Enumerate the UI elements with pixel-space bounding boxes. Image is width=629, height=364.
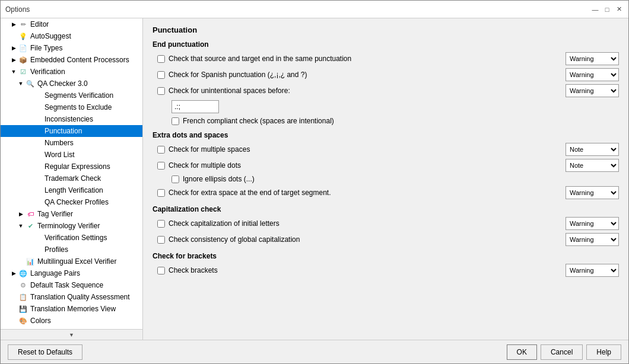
sidebar-label-langpairs: Language Pairs: [30, 269, 80, 277]
subsection-brackets: Check for brackets: [153, 252, 619, 260]
defaulttask-icon: ⚙: [18, 280, 28, 290]
sidebar-label-verifsettings: Verification Settings: [45, 234, 107, 242]
verification-icon: ☑: [18, 67, 28, 76]
sidebar-item-inconsist[interactable]: Inconsistencies: [1, 113, 142, 125]
sidebar-label-regex: Regular Expressions: [45, 162, 110, 171]
verifsettings-icon: [33, 233, 42, 242]
minimize-button[interactable]: —: [590, 5, 600, 14]
checkbox-initial-letters[interactable]: [157, 220, 165, 228]
expand-icon-termverifier: ▼: [17, 222, 24, 229]
sidebar-item-numbers[interactable]: Numbers: [1, 137, 142, 149]
checkbox-multiple-dots[interactable]: [157, 162, 165, 170]
checkbox-multiple-spaces[interactable]: [157, 146, 165, 154]
sidebar-label-qaprofiles: QA Checker Profiles: [45, 198, 109, 206]
sidebar-scroll-down[interactable]: ▼: [1, 329, 142, 340]
window-title: Options: [5, 5, 30, 14]
regex-icon: [33, 162, 42, 171]
expand-icon-inconsist: [24, 116, 31, 123]
tqa-icon: 📋: [18, 292, 28, 302]
sidebar-item-colors[interactable]: 🎨 Colors: [1, 315, 142, 327]
sidebar-item-defaulttask[interactable]: ⚙ Default Task Sequence: [1, 279, 142, 291]
punctuation-icon: [33, 126, 42, 136]
sidebar-label-termverifier: Terminology Verifier: [37, 222, 100, 230]
sidebar-label-tqa: Translation Quality Assessment: [30, 293, 130, 301]
sidebar-item-qaprofiles[interactable]: QA Checker Profiles: [1, 196, 142, 208]
checkbox-global-cap[interactable]: [157, 236, 165, 244]
termverifier-icon: ✔: [26, 221, 35, 231]
checkbox-extra-space[interactable]: [157, 189, 165, 197]
sidebar-item-transmem[interactable]: 💾 Translation Memories View: [1, 303, 142, 315]
sidebar-item-embedded[interactable]: ▶ 📦 Embedded Content Processors: [1, 54, 142, 66]
sidebar-item-profiles[interactable]: Profiles: [1, 244, 142, 256]
reset-defaults-button[interactable]: Reset to Defaults: [8, 344, 82, 360]
checkbox-source-target[interactable]: [157, 55, 165, 63]
dropdown-extra-space[interactable]: Warning Note Error: [566, 186, 619, 199]
checkbox-spanish[interactable]: [157, 71, 165, 79]
sidebar-item-lengthverif[interactable]: Length Verification: [1, 184, 142, 196]
help-button[interactable]: Help: [586, 344, 621, 360]
segexclude-icon: [33, 103, 42, 112]
transmem-icon: 💾: [18, 304, 28, 314]
sidebar-item-langpairs[interactable]: ▶ 🌐 Language Pairs: [1, 267, 142, 279]
dropdown-multiple-dots[interactable]: Note Warning Error: [566, 159, 619, 172]
sidebar-item-autosuggest[interactable]: 💡 AutoSuggest: [1, 30, 142, 42]
sidebar-label-transmem: Translation Memories View: [30, 305, 116, 313]
dropdown-brackets[interactable]: Warning Note Error: [566, 264, 619, 277]
checkbox-ellipsis[interactable]: [171, 175, 179, 183]
sidebar-item-verification[interactable]: ▼ ☑ Verification: [1, 66, 142, 78]
cancel-button[interactable]: Cancel: [541, 344, 583, 360]
checkbox-french[interactable]: [171, 117, 179, 125]
sidebar-item-filetypes[interactable]: ▶ 📄 File Types: [1, 42, 142, 54]
inconsist-icon: [33, 114, 42, 124]
check-row-unintentional: Check for unintentional spaces before: W…: [153, 84, 619, 97]
label-source-target: Check that source and target end in the …: [169, 55, 566, 63]
sidebar-item-mlexcel[interactable]: 📊 Multilingual Excel Verifier: [1, 256, 142, 267]
checkbox-unintentional[interactable]: [157, 87, 165, 95]
expand-icon-qachecker: ▼: [17, 80, 24, 87]
expand-icon-embedded: ▶: [10, 56, 17, 63]
numbers-icon: [33, 138, 42, 148]
segverif-icon: [33, 91, 42, 100]
maximize-button[interactable]: □: [602, 5, 612, 14]
sidebar-item-segexclude[interactable]: Segments to Exclude: [1, 101, 142, 113]
sidebar-label-trademark: Trademark Check: [45, 174, 101, 183]
main-panel: Punctuation End punctuation Check that s…: [143, 18, 628, 340]
dropdown-spanish[interactable]: Warning Note Error: [566, 68, 619, 81]
expand-icon-tqa: [10, 293, 17, 301]
sidebar-item-segverif[interactable]: Segments Verification: [1, 90, 142, 101]
expand-icon-regex: [24, 163, 31, 170]
ok-button[interactable]: OK: [507, 344, 537, 360]
dropdown-source-target[interactable]: Warning Note Error: [566, 52, 619, 65]
close-button[interactable]: ✕: [614, 5, 624, 14]
sidebar-label-autosuggest: AutoSuggest: [30, 32, 71, 40]
check-row-spanish: Check for Spanish punctuation (¿,¡,¿ and…: [153, 68, 619, 81]
sidebar-item-qachecker[interactable]: ▼ 🔍 QA Checker 3.0: [1, 78, 142, 90]
dropdown-multiple-spaces[interactable]: Note Warning Error: [566, 143, 619, 156]
sidebar-item-punctuation[interactable]: Punctuation: [1, 125, 142, 137]
sidebar-item-verifsettings[interactable]: Verification Settings: [1, 232, 142, 244]
sidebar-label-segexclude: Segments to Exclude: [45, 103, 112, 111]
sidebar-item-regex[interactable]: Regular Expressions: [1, 161, 142, 173]
sidebar-scroll[interactable]: ▶ ✏ Editor 💡 AutoSuggest ▶ 📄 File Types: [1, 18, 142, 329]
sidebar-item-wordlist[interactable]: Word List: [1, 149, 142, 161]
check-row-initial-letters: Check capitalization of initial letters …: [153, 217, 619, 230]
sidebar-label-mlexcel: Multilingual Excel Verifier: [37, 257, 116, 266]
dropdown-initial-letters[interactable]: Warning Note Error: [566, 217, 619, 230]
sidebar-label-verification: Verification: [30, 68, 65, 76]
punctuation-chars-input[interactable]: [171, 100, 219, 113]
dropdown-global-cap[interactable]: Warning Note Error: [566, 233, 619, 246]
sidebar-item-tagverifier[interactable]: ▶ 🏷 Tag Verifier: [1, 208, 142, 220]
sidebar-item-trademark[interactable]: Trademark Check: [1, 173, 142, 184]
expand-icon-verification: ▼: [10, 68, 17, 75]
sidebar-item-termverifier[interactable]: ▼ ✔ Terminology Verifier: [1, 220, 142, 232]
mlexcel-icon: 📊: [26, 257, 35, 266]
dropdown-unintentional[interactable]: Warning Note Error: [566, 84, 619, 97]
label-spanish: Check for Spanish punctuation (¿,¡,¿ and…: [169, 71, 566, 79]
checkbox-brackets[interactable]: [157, 267, 165, 274]
sidebar-label-lengthverif: Length Verification: [45, 186, 103, 194]
sidebar-item-editor[interactable]: ▶ ✏ Editor: [1, 18, 142, 30]
trademark-icon: [33, 174, 42, 183]
sidebar: ▶ ✏ Editor 💡 AutoSuggest ▶ 📄 File Types: [1, 18, 143, 340]
expand-icon-lengthverif: [24, 187, 31, 194]
sidebar-item-tqa[interactable]: 📋 Translation Quality Assessment: [1, 291, 142, 303]
